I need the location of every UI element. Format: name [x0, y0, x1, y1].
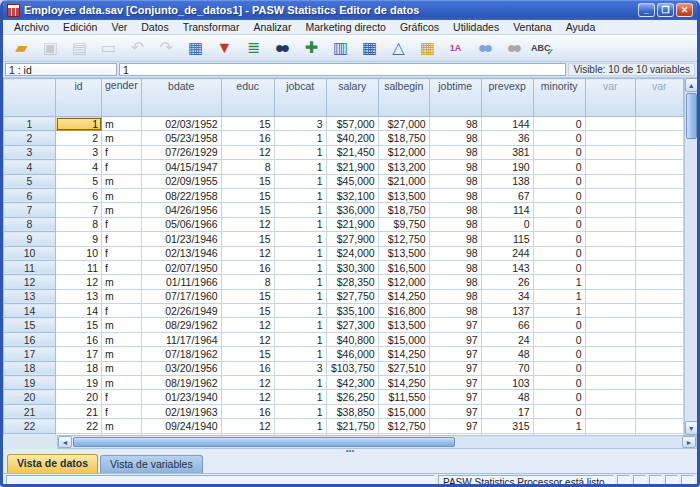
grid-cell[interactable]: 97	[429, 390, 481, 404]
row-header-7[interactable]: 7	[4, 203, 56, 217]
grid-cell[interactable]	[585, 145, 635, 159]
grid-cell[interactable]: 13	[56, 289, 102, 303]
grid-cell[interactable]: $14,250	[378, 376, 429, 390]
grid-cell[interactable]	[635, 145, 683, 159]
grid-cell[interactable]	[635, 188, 683, 202]
grid-cell[interactable]	[635, 246, 683, 260]
grid-cell[interactable]: 12	[56, 275, 102, 289]
grid-cell[interactable]: m	[102, 275, 142, 289]
grid-cell[interactable]: 98	[429, 174, 481, 188]
grid-corner[interactable]	[4, 79, 56, 117]
grid-cell[interactable]: 3	[274, 361, 326, 375]
grid-cell[interactable]: $38,850	[326, 404, 378, 418]
grid-cell[interactable]: 02/07/1950	[141, 260, 221, 274]
split-file-button[interactable]: ▦	[355, 36, 382, 60]
grid-cell[interactable]	[585, 289, 635, 303]
grid-cell[interactable]: 12	[221, 419, 274, 433]
grid-cell[interactable]: $27,510	[378, 361, 429, 375]
tab-vista-de-datos[interactable]: Vista de datos	[7, 454, 98, 473]
grid-cell[interactable]: 143	[481, 260, 533, 274]
grid-cell[interactable]: 19	[56, 376, 102, 390]
insert-cases-button[interactable]: ✚	[297, 36, 324, 60]
grid-cell[interactable]	[635, 203, 683, 217]
scroll-left-icon[interactable]: ◄	[58, 436, 72, 448]
col-header-salbegin[interactable]: salbegin	[378, 79, 429, 117]
grid-cell[interactable]: 98	[429, 246, 481, 260]
grid-cell[interactable]: 1	[274, 260, 326, 274]
grid-cell[interactable]	[585, 376, 635, 390]
grid-cell[interactable]: 08/22/1958	[141, 188, 221, 202]
grid-cell[interactable]: 8	[56, 217, 102, 231]
grid-cell[interactable]: 15	[221, 304, 274, 318]
grid-cell[interactable]: 02/26/1949	[141, 304, 221, 318]
grid-cell[interactable]: 137	[481, 304, 533, 318]
grid-cell[interactable]: 114	[481, 203, 533, 217]
grid-cell[interactable]: 21	[56, 404, 102, 418]
grid-cell[interactable]: $13,200	[378, 160, 429, 174]
grid-cell[interactable]	[585, 347, 635, 361]
grid-cell[interactable]	[585, 419, 635, 433]
grid-cell[interactable]: $30,300	[326, 260, 378, 274]
grid-cell[interactable]: 98	[429, 117, 481, 131]
grid-cell[interactable]: 0	[533, 174, 585, 188]
menu-marketing-directo[interactable]: Marketing directo	[298, 20, 393, 34]
grid-cell[interactable]: 01/23/1940	[141, 390, 221, 404]
grid-cell[interactable]: 244	[481, 246, 533, 260]
row-header-22[interactable]: 22	[4, 419, 56, 433]
grid-cell[interactable]: 8	[221, 160, 274, 174]
grid-cell[interactable]: $14,250	[378, 289, 429, 303]
row-header-15[interactable]: 15	[4, 318, 56, 332]
grid-cell[interactable]	[585, 275, 635, 289]
scroll-up-icon[interactable]: ▲	[685, 78, 697, 92]
row-header-6[interactable]: 6	[4, 188, 56, 202]
grid-cell[interactable]: 97	[429, 404, 481, 418]
grid-cell[interactable]: $12,000	[378, 145, 429, 159]
col-header-bdate[interactable]: bdate	[141, 79, 221, 117]
selected-cell[interactable]: 1	[56, 117, 102, 131]
row-header-8[interactable]: 8	[4, 217, 56, 231]
grid-cell[interactable]: f	[102, 260, 142, 274]
col-header-prevexp[interactable]: prevexp	[481, 79, 533, 117]
grid-cell[interactable]: 02/19/1963	[141, 404, 221, 418]
grid-cell[interactable]: $18,750	[378, 131, 429, 145]
row-header-5[interactable]: 5	[4, 174, 56, 188]
grid-cell[interactable]: 48	[481, 390, 533, 404]
grid-cell[interactable]: $40,800	[326, 332, 378, 346]
variables-button[interactable]: ≣	[239, 36, 266, 60]
grid-cell[interactable]: 0	[533, 347, 585, 361]
grid-cell[interactable]	[585, 131, 635, 145]
grid-cell[interactable]	[635, 275, 683, 289]
grid-cell[interactable]: f	[102, 217, 142, 231]
grid-cell[interactable]: 0	[481, 217, 533, 231]
grid-cell[interactable]: 22	[56, 419, 102, 433]
grid-cell[interactable]: 1	[274, 419, 326, 433]
menu-analizar[interactable]: Analizar	[246, 20, 298, 34]
menu-utilidades[interactable]: Utilidades	[446, 20, 506, 34]
grid-cell[interactable]: 17	[481, 404, 533, 418]
grid-cell[interactable]: $45,000	[326, 174, 378, 188]
grid-cell[interactable]: 6	[56, 188, 102, 202]
grid-cell[interactable]: f	[102, 246, 142, 260]
grid-cell[interactable]: 05/23/1958	[141, 131, 221, 145]
grid-cell[interactable]: 12	[221, 332, 274, 346]
grid-cell[interactable]: 1	[274, 376, 326, 390]
grid-cell[interactable]: 16	[221, 260, 274, 274]
grid-cell[interactable]	[635, 289, 683, 303]
menu-gráficos[interactable]: Gráficos	[393, 20, 446, 34]
grid-cell[interactable]: f	[102, 304, 142, 318]
grid-cell[interactable]: 1	[274, 304, 326, 318]
grid-cell[interactable]: 98	[429, 275, 481, 289]
grid-cell[interactable]: $13,500	[378, 246, 429, 260]
grid-cell[interactable]	[635, 347, 683, 361]
grid-cell[interactable]: 1	[533, 275, 585, 289]
grid-cell[interactable]: 1	[274, 131, 326, 145]
grid-cell[interactable]: 4	[56, 160, 102, 174]
menu-archivo[interactable]: Archivo	[7, 20, 56, 34]
grid-cell[interactable]: 48	[481, 347, 533, 361]
find-button[interactable]: ●●	[268, 36, 295, 60]
grid-cell[interactable]: $9,750	[378, 217, 429, 231]
grid-cell[interactable]: 12	[221, 217, 274, 231]
grid-cell[interactable]	[585, 117, 635, 131]
grid-cell[interactable]: 04/26/1956	[141, 203, 221, 217]
grid-cell[interactable]: 11	[56, 260, 102, 274]
